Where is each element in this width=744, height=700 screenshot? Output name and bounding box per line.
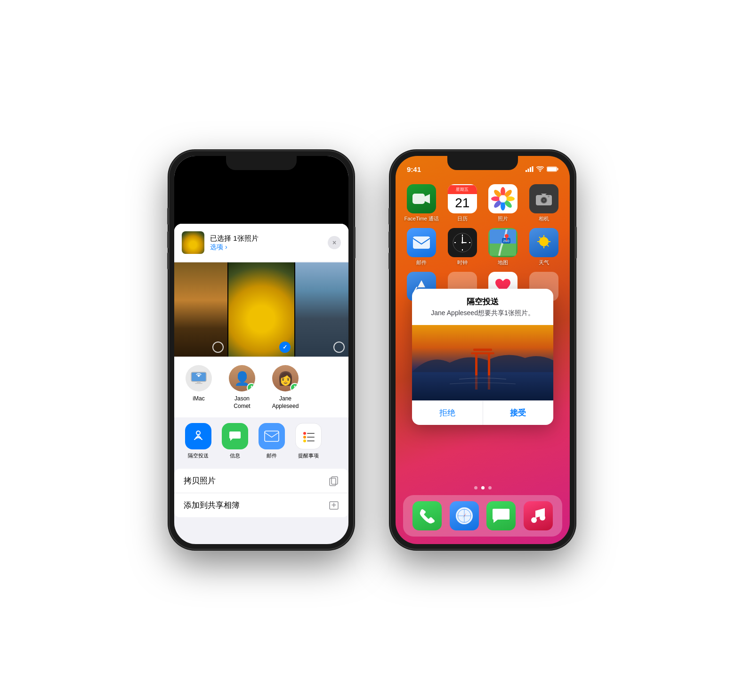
dock-safari[interactable]: [450, 501, 479, 530]
app-maps[interactable]: 280 地图: [485, 228, 522, 266]
photos-icon-img: [491, 187, 515, 211]
share-subtitle[interactable]: 选项 ›: [210, 243, 322, 252]
action-messages[interactable]: 信息: [218, 423, 251, 459]
svg-rect-81: [412, 372, 553, 400]
contact-avatar-jason: 👤: [229, 365, 255, 391]
app-clock[interactable]: 时钟: [444, 228, 481, 266]
contact-imac[interactable]: iMac: [182, 365, 216, 410]
svg-line-70: [539, 237, 541, 238]
action-reminders[interactable]: 提醒事项: [292, 423, 325, 459]
photo-check-3[interactable]: [333, 342, 345, 353]
messages-icon: [228, 429, 242, 443]
contact-name-jason: Jason Comet: [234, 395, 250, 410]
action-label-messages: 信息: [230, 452, 240, 459]
action-icon-mail: [259, 423, 285, 449]
copy-icon: [329, 476, 339, 486]
svg-rect-83: [471, 352, 494, 354]
app-mail[interactable]: 邮件: [403, 228, 440, 266]
share-menu-add-shared[interactable]: 添加到共享相簿: [174, 493, 348, 517]
action-icon-airdrop: [185, 423, 211, 449]
photo-item-3[interactable]: [295, 262, 348, 357]
airdrop-decline-button[interactable]: 拒绝: [412, 401, 483, 425]
photo-check-1[interactable]: [212, 342, 224, 353]
action-mail[interactable]: 邮件: [255, 423, 288, 459]
app-icon-maps: 280: [488, 228, 518, 257]
share-actions: 隔空投送 信息: [174, 417, 348, 465]
calendar-day-num: 21: [448, 194, 477, 212]
app-icon-camera: [529, 184, 558, 213]
add-shared-icon: [329, 500, 339, 511]
contact-jane[interactable]: 👩 Jane Appleseed: [268, 365, 302, 410]
reminders-icon: [301, 429, 316, 444]
wifi-icon-2: [536, 166, 544, 172]
app-label-camera: 相机: [539, 215, 549, 222]
svg-rect-3: [311, 166, 312, 172]
app-label-clock: 时钟: [457, 259, 468, 266]
svg-rect-0: [304, 170, 306, 172]
share-menu-copy[interactable]: 拷贝照片: [174, 469, 348, 493]
copy-photo-label: 拷贝照片: [184, 475, 216, 486]
svg-rect-33: [547, 167, 557, 171]
app-facetime[interactable]: FaceTime 通话: [403, 184, 440, 222]
svg-point-49: [548, 195, 550, 197]
svg-rect-1: [307, 169, 308, 172]
svg-point-19: [303, 440, 306, 442]
svg-rect-7: [326, 167, 335, 171]
weather-icon-img: [534, 234, 554, 251]
app-weather[interactable]: 天气: [526, 228, 563, 266]
page-dot-3[interactable]: [488, 486, 492, 489]
share-close-button[interactable]: ×: [328, 236, 341, 249]
svg-rect-85: [488, 354, 490, 375]
app-icon-photos: [488, 184, 518, 213]
contact-avatar-imac: [186, 365, 212, 391]
app-photos[interactable]: 照片: [485, 184, 522, 222]
airdrop-accept-button[interactable]: 接受: [483, 401, 554, 425]
action-airdrop[interactable]: 隔空投送: [182, 423, 215, 459]
svg-point-48: [542, 199, 545, 202]
svg-rect-16: [265, 431, 279, 441]
svg-point-59: [461, 242, 463, 244]
app-camera[interactable]: 相机: [526, 184, 563, 222]
notch-2: [447, 156, 518, 170]
svg-rect-10: [197, 382, 201, 383]
share-sheet[interactable]: 已选择 1张照片 选项 › × ✓: [174, 224, 348, 544]
app-calendar[interactable]: 星期五 21 日历: [444, 184, 481, 222]
clock-icon-img: [452, 232, 473, 253]
phone-1-screen: 9:41: [174, 156, 348, 544]
svg-rect-26: [526, 170, 527, 172]
airdrop-receive-modal: 隔空投送 Jane Appleseed想要共享1张照片。: [412, 289, 553, 425]
action-label-airdrop: 隔空投送: [188, 452, 209, 459]
svg-point-18: [303, 436, 306, 439]
dock-messages[interactable]: [486, 501, 516, 530]
mail-icon: [264, 431, 279, 442]
photo-item-1[interactable]: [174, 262, 227, 357]
svg-rect-84: [475, 354, 477, 375]
app-label-maps: 地图: [498, 259, 508, 266]
photo-check-2[interactable]: ✓: [279, 342, 291, 353]
safari-icon: [455, 506, 474, 525]
svg-rect-29: [532, 166, 534, 172]
airdrop-contacts: iMac 👤: [174, 358, 348, 417]
photo-item-2[interactable]: ✓: [228, 262, 295, 357]
app-label-calendar: 日历: [457, 215, 468, 222]
maps-icon-img: 280: [490, 229, 516, 256]
torii-scene: [412, 325, 553, 400]
page-dot-1[interactable]: [474, 486, 477, 489]
svg-point-64: [505, 234, 509, 238]
action-label-mail: 邮件: [267, 452, 277, 459]
dock-music[interactable]: [524, 501, 553, 530]
airdrop-icon: [191, 429, 205, 443]
app-icon-mail: [407, 228, 436, 257]
dock-phone[interactable]: [412, 501, 442, 530]
svg-point-4: [318, 171, 320, 172]
jason-airdrop-badge: [247, 383, 255, 391]
contact-jason[interactable]: 👤 Jason Comet: [225, 365, 259, 410]
airdrop-badge-icon-2: [292, 385, 298, 391]
svg-point-17: [303, 432, 306, 435]
airdrop-badge-icon: [249, 385, 254, 391]
svg-rect-27: [528, 169, 529, 172]
app-label-photos: 照片: [498, 215, 508, 222]
page-dot-2[interactable]: [481, 486, 485, 489]
calendar-day-name: 星期五: [448, 185, 477, 194]
phone-1: 9:41: [170, 151, 353, 549]
